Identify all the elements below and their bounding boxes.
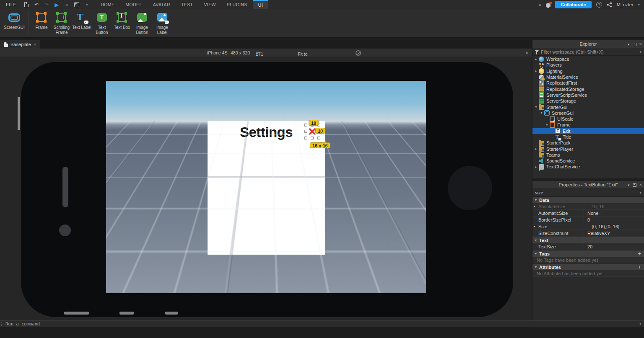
redo-button[interactable]: ↷ [42, 0, 51, 9]
expand-arrow-icon[interactable]: ▸ [534, 147, 538, 151]
section-collapse-icon[interactable]: ▾ [532, 198, 539, 202]
expand-arrow-icon[interactable]: ▸ [534, 69, 538, 73]
resize-handle[interactable] [317, 137, 320, 139]
properties-section-tags[interactable]: ▾Tags+ [532, 250, 644, 257]
add-tags-button[interactable]: + [638, 250, 641, 257]
properties-section-attributes[interactable]: ▾Attributes+ [532, 263, 644, 270]
expand-property-icon[interactable]: ▸ [532, 203, 537, 209]
insert-mode-button[interactable] [73, 0, 81, 9]
mute-device-icon[interactable] [356, 50, 361, 56]
property-value[interactable]: 20 [584, 243, 644, 250]
ribbon-item-text-label[interactable]: TText Label [72, 9, 92, 30]
username-label[interactable]: M_nzter [617, 2, 634, 7]
explorer-menu-chevron-icon[interactable]: ▾ [628, 42, 630, 46]
tree-item-title[interactable]: Title [532, 134, 644, 140]
device-name-label[interactable]: iPhone 4S [207, 50, 227, 55]
filter-dropdown-icon[interactable]: ▾ [639, 50, 641, 54]
tree-item-textchatservice[interactable]: ▸TextChatService [532, 164, 644, 170]
tree-item-workspace[interactable]: ▸Workspace [532, 56, 644, 62]
expand-arrow-icon[interactable]: ▸ [534, 165, 538, 169]
properties-filter-dropdown-icon[interactable]: ▾ [639, 191, 641, 195]
add-attributes-button[interactable]: + [638, 264, 641, 270]
tree-item-replicatedstorage[interactable]: ReplicatedStorage [532, 86, 644, 92]
collaborate-button[interactable]: Collaborate [555, 1, 592, 8]
property-value[interactable]: RelativeXY [584, 230, 644, 236]
resize-handle[interactable] [311, 137, 314, 139]
tab-baseplate[interactable]: Baseplate × [0, 40, 40, 49]
command-bar-expand-icon[interactable]: ▾ [639, 322, 641, 326]
close-device-bar-icon[interactable]: × [525, 50, 528, 56]
viewport-3d[interactable]: Settings 10 10 16 x 16 [0, 57, 532, 320]
property-value[interactable]: {0, 16},{0, 16} [588, 223, 644, 230]
undo-button[interactable]: ↶ [32, 0, 41, 9]
ribbon-item-scrolling-frame[interactable]: Scrolling Frame [52, 9, 72, 35]
tree-item-serverstorage[interactable]: ServerStorage [532, 98, 644, 104]
menu-tab-model[interactable]: MODEL [120, 0, 147, 9]
tree-item-soundservice[interactable]: SoundService [532, 158, 644, 164]
properties-float-window-icon[interactable] [633, 183, 636, 187]
explorer-float-window-icon[interactable] [633, 43, 636, 46]
explorer-close-icon[interactable]: × [639, 42, 642, 46]
properties-section-data[interactable]: ▾Data [532, 196, 644, 203]
share-icon[interactable] [607, 2, 612, 8]
ribbon-item-text-box[interactable]: IText Box [112, 9, 132, 30]
menu-tab-home[interactable]: HOME [95, 0, 120, 9]
user-menu-caret-icon[interactable]: ▾ [638, 3, 640, 7]
tree-item-starterplayer[interactable]: ▸StarterPlayer [532, 146, 644, 152]
collapse-arrow-icon[interactable]: ▾ [545, 123, 549, 127]
command-input[interactable]: Run a command [5, 321, 40, 326]
tree-item-frame[interactable]: ▾Frame [532, 122, 644, 128]
resize-handle[interactable] [304, 130, 307, 133]
expand-property-icon[interactable]: ▸ [532, 223, 537, 230]
help-icon[interactable]: ? [596, 2, 602, 8]
explorer-filter-input[interactable]: Filter workspace (Ctrl+Shift+X) ▾ [532, 48, 644, 56]
ribbon-item-frame[interactable]: Frame [31, 9, 52, 30]
new-document-button[interactable] [22, 0, 31, 9]
tree-item-teams[interactable]: Teams [532, 152, 644, 158]
property-value[interactable]: 0 [584, 217, 644, 223]
collapse-ribbon-icon[interactable]: ∧ [538, 3, 541, 7]
property-value[interactable]: None [584, 210, 644, 216]
properties-menu-chevron-icon[interactable]: ▾ [628, 183, 630, 187]
section-collapse-icon[interactable]: ▾ [532, 238, 539, 242]
phone-volume-button [62, 167, 68, 207]
drag-grip-icon[interactable] [1, 322, 3, 326]
properties-filter-value: size [535, 190, 543, 195]
tree-item-players[interactable]: Players [532, 62, 644, 68]
ribbon-item-screengui[interactable]: ScreenGUI [2, 9, 27, 30]
properties-close-icon[interactable]: × [639, 183, 642, 187]
menu-tab-avatar[interactable]: AVATAR [148, 0, 176, 9]
collapse-arrow-icon[interactable]: ▾ [534, 105, 538, 109]
close-tab-icon[interactable]: × [34, 42, 36, 47]
ribbon-item-image-button[interactable]: Image Button [132, 9, 152, 35]
quick-access-dropdown[interactable]: ▾ [83, 0, 91, 9]
settings-frame[interactable]: Settings [208, 121, 325, 255]
properties-section-text[interactable]: ▾Text [532, 237, 644, 243]
stop-button[interactable]: ■ [62, 0, 71, 9]
ribbon-item-image-label[interactable]: Image Label [152, 9, 172, 35]
tree-item-lighting[interactable]: ▸Lighting [532, 68, 644, 74]
section-collapse-icon[interactable]: ▾ [532, 252, 539, 255]
menu-tab-ui[interactable]: UI [253, 0, 268, 9]
tree-item-startergui[interactable]: ▾StarterGui [532, 104, 644, 110]
section-collapse-icon[interactable]: ▾ [532, 265, 539, 269]
expand-arrow-icon[interactable]: ▸ [534, 57, 538, 61]
tree-item-screengui[interactable]: ▾ScreenGui [532, 110, 644, 116]
resize-handle[interactable] [304, 137, 307, 139]
play-button[interactable]: ▶ [52, 0, 61, 9]
resize-handle[interactable] [304, 124, 307, 126]
tree-item-materialservice[interactable]: MaterialService [532, 74, 644, 80]
notifications-bell-icon[interactable] [546, 3, 551, 7]
menu-tab-plugins[interactable]: PLUGINS [221, 0, 253, 9]
ribbon-item-text-button[interactable]: TText Button [92, 9, 112, 35]
menu-tab-test[interactable]: TEST [176, 0, 198, 9]
menu-tab-view[interactable]: VIEW [198, 0, 221, 9]
tree-item-serverscriptservice[interactable]: ServerScriptService [532, 92, 644, 98]
collapse-arrow-icon[interactable]: ▾ [539, 111, 544, 115]
tree-item-replicatedfirst[interactable]: ReplicatedFirst [532, 80, 644, 86]
tree-item-starterpack[interactable]: StarterPack [532, 140, 644, 146]
file-menu[interactable]: FILE [0, 0, 22, 9]
properties-filter-input[interactable]: size ▾ [532, 189, 644, 196]
tree-item-exit[interactable]: Exit [532, 128, 644, 134]
tree-item-uiscale[interactable]: UIScale [532, 116, 644, 122]
